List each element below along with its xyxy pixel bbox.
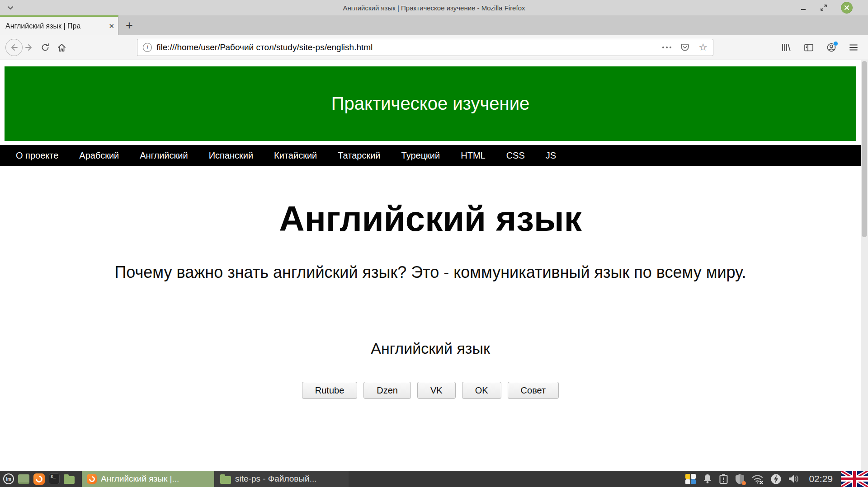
- back-button[interactable]: [5, 39, 23, 56]
- home-button[interactable]: [57, 43, 66, 52]
- page-link-button[interactable]: Rutube: [302, 382, 358, 399]
- terminal-launcher-icon[interactable]: $_: [49, 473, 60, 484]
- scrollbar-thumb[interactable]: [862, 61, 867, 237]
- tab-close-icon[interactable]: ✕: [108, 22, 114, 30]
- site-nav-link[interactable]: HTML: [461, 150, 485, 161]
- bookmark-star-icon[interactable]: ☆: [698, 42, 708, 52]
- page-link-button[interactable]: OK: [462, 382, 501, 399]
- window-titlebar: Английский язык | Практическое изучение …: [0, 0, 868, 15]
- maximize-button[interactable]: [820, 4, 827, 11]
- banner-title: Практическое изучение: [331, 94, 530, 114]
- url-text[interactable]: file:///home/user/Рабочий стол/study/sit…: [156, 42, 658, 52]
- mint-menu-icon[interactable]: lm: [3, 473, 14, 484]
- volume-speaker-icon[interactable]: [788, 473, 801, 484]
- forward-button[interactable]: [24, 43, 33, 52]
- reload-button[interactable]: [41, 43, 50, 52]
- taskbar-window-files[interactable]: site-ps - Файловый...: [215, 471, 349, 487]
- taskbar: lm $_ Английский язык |... site-ps - Фай…: [0, 471, 868, 487]
- site-nav-link[interactable]: Испанский: [209, 150, 253, 161]
- page-viewport: Практическое изучение О проектеАрабскийА…: [0, 60, 868, 471]
- intro-paragraph: Почему важно знать английский язык? Это …: [18, 263, 843, 282]
- taskbar-window-label: site-ps - Файловый...: [235, 474, 317, 484]
- site-nav-link[interactable]: Арабский: [79, 150, 119, 161]
- close-button[interactable]: [841, 2, 853, 14]
- site-banner: Практическое изучение: [5, 66, 856, 141]
- firefox-icon: [87, 474, 97, 484]
- account-icon[interactable]: [826, 42, 836, 52]
- site-nav-link[interactable]: Китайский: [274, 150, 317, 161]
- files-launcher-icon[interactable]: [64, 476, 75, 484]
- page-link-button[interactable]: VK: [417, 382, 456, 399]
- taskbar-clock[interactable]: 02:29: [809, 473, 833, 484]
- page-scrollbar[interactable]: [861, 60, 868, 471]
- new-tab-button[interactable]: +: [126, 19, 133, 32]
- firefox-launcher-icon[interactable]: [33, 473, 45, 485]
- sidebar-icon[interactable]: [804, 43, 814, 52]
- taskbar-window-label: Английский язык |...: [101, 474, 179, 484]
- firewall-status-dot: [742, 481, 746, 485]
- account-badge: [833, 41, 838, 46]
- browser-toolbar: i file:///home/user/Рабочий стол/study/s…: [0, 35, 868, 60]
- taskbar-window-firefox[interactable]: Английский язык |...: [82, 471, 214, 487]
- minimize-button[interactable]: [800, 5, 807, 11]
- power-battery-icon[interactable]: [770, 473, 782, 485]
- workspace-switcher-icon[interactable]: [685, 473, 696, 485]
- window-title: Английский язык | Практическое изучение …: [0, 4, 868, 12]
- page-title: Английский язык: [0, 198, 861, 239]
- notifications-bell-icon[interactable]: [703, 473, 712, 484]
- page-link-button[interactable]: Совет: [508, 382, 559, 399]
- network-wifi-off-icon[interactable]: [751, 473, 764, 484]
- page-actions-icon[interactable]: [662, 47, 671, 48]
- keyboard-layout-flag-icon[interactable]: [841, 471, 868, 487]
- folder-icon: [220, 476, 231, 484]
- menu-hamburger-icon[interactable]: [849, 44, 858, 51]
- library-icon[interactable]: [781, 43, 791, 52]
- section-subheading: Английский язык: [0, 340, 861, 357]
- link-buttons-row: RutubeDzenVKOKСовет: [0, 382, 861, 399]
- browser-tab[interactable]: Английский язык | Пра ✕: [0, 15, 118, 35]
- pocket-icon[interactable]: [680, 43, 689, 52]
- site-nav-link[interactable]: Турецкий: [401, 150, 440, 161]
- update-manager-icon[interactable]: [719, 473, 728, 484]
- tab-bar: Английский язык | Пра ✕ +: [0, 15, 868, 35]
- site-nav-link[interactable]: О проекте: [16, 150, 58, 161]
- site-nav-link[interactable]: CSS: [506, 150, 525, 161]
- site-nav-link[interactable]: Татарский: [338, 150, 380, 161]
- site-nav-link[interactable]: Английский: [140, 150, 188, 161]
- site-info-icon[interactable]: i: [143, 43, 152, 52]
- show-desktop-icon[interactable]: [18, 474, 29, 484]
- page-link-button[interactable]: Dzen: [363, 382, 411, 399]
- firewall-shield-icon[interactable]: [735, 473, 745, 485]
- url-bar[interactable]: i file:///home/user/Рабочий стол/study/s…: [137, 39, 713, 56]
- tab-title: Английский язык | Пра: [5, 22, 107, 30]
- site-nav-link[interactable]: JS: [546, 150, 556, 161]
- site-nav: О проектеАрабскийАнглийскийИспанскийКита…: [0, 145, 861, 166]
